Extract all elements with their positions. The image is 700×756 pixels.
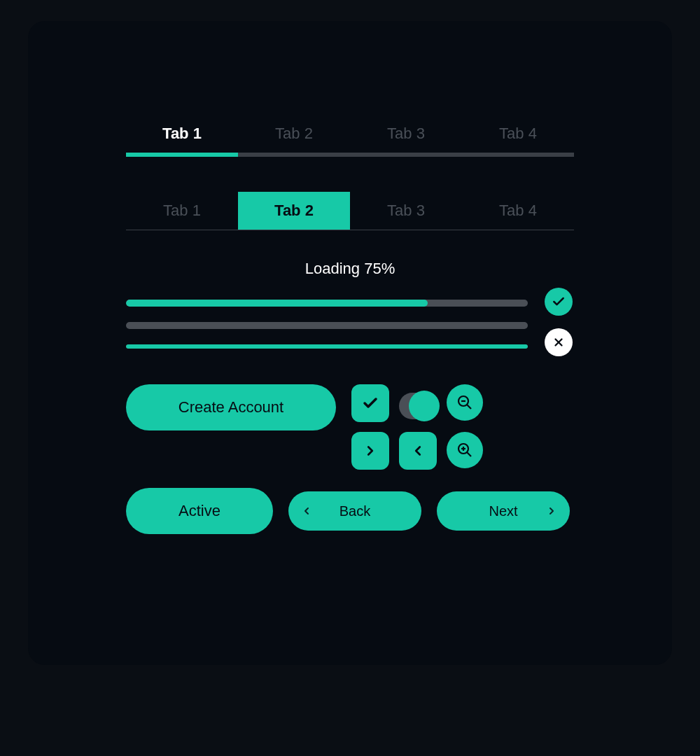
tabs-block: Tab 1 Tab 2 Tab 3 Tab 4 — [126, 192, 574, 230]
close-icon — [552, 336, 565, 349]
back-button[interactable]: Back — [288, 491, 421, 531]
tab-a-2[interactable]: Tab 2 — [238, 119, 350, 157]
svg-line-6 — [467, 452, 471, 456]
progress-bar-3 — [126, 344, 528, 349]
progress-bar-2 — [126, 322, 528, 329]
zoom-out-button[interactable] — [447, 384, 483, 421]
toggle-switch[interactable] — [399, 393, 437, 419]
tab-b-4[interactable]: Tab 4 — [462, 192, 574, 230]
tabs-underline: Tab 1 Tab 2 Tab 3 Tab 4 — [126, 119, 574, 157]
create-account-button[interactable]: Create Account — [126, 384, 336, 430]
loading-label: Loading 75% — [126, 260, 574, 278]
tab-a-4[interactable]: Tab 4 — [462, 119, 574, 157]
check-icon — [552, 295, 566, 309]
toggle-cell — [399, 384, 437, 422]
tab-a-1[interactable]: Tab 1 — [126, 119, 238, 157]
chevron-left-icon — [410, 443, 426, 458]
check-icon — [362, 395, 379, 412]
status-error — [545, 328, 573, 356]
zoom-in-icon — [456, 442, 473, 458]
chevron-right-icon — [363, 443, 378, 458]
back-label: Back — [340, 503, 370, 519]
controls-row: Create Account — [126, 384, 574, 470]
zoom-out-icon — [456, 394, 473, 411]
tab-a-3[interactable]: Tab 3 — [350, 119, 462, 157]
content-area: Tab 1 Tab 2 Tab 3 Tab 4 Tab 1 Tab 2 Tab … — [126, 119, 574, 534]
chevron-right-icon — [546, 505, 557, 517]
checkbox-checked[interactable] — [351, 384, 389, 422]
chevron-left-icon — [301, 505, 312, 517]
nav-row: Active Back Next — [126, 488, 574, 534]
controls-grid — [351, 384, 484, 470]
active-button[interactable]: Active — [126, 488, 273, 534]
zoom-in-button[interactable] — [447, 432, 483, 468]
progress-bar-1 — [126, 300, 528, 307]
progress-stack — [126, 295, 528, 349]
backward-button[interactable] — [399, 432, 437, 470]
progress-area — [126, 288, 574, 356]
ui-kit-panel: Tab 1 Tab 2 Tab 3 Tab 4 Tab 1 Tab 2 Tab … — [28, 21, 672, 665]
svg-line-3 — [467, 405, 471, 409]
tab-b-2[interactable]: Tab 2 — [238, 192, 350, 230]
tab-b-1[interactable]: Tab 1 — [126, 192, 238, 230]
toggle-knob — [409, 391, 440, 421]
next-button[interactable]: Next — [437, 491, 570, 531]
forward-button[interactable] — [351, 432, 389, 470]
tab-b-3[interactable]: Tab 3 — [350, 192, 462, 230]
next-label: Next — [489, 503, 517, 519]
status-success — [545, 288, 573, 316]
status-column — [543, 288, 574, 356]
